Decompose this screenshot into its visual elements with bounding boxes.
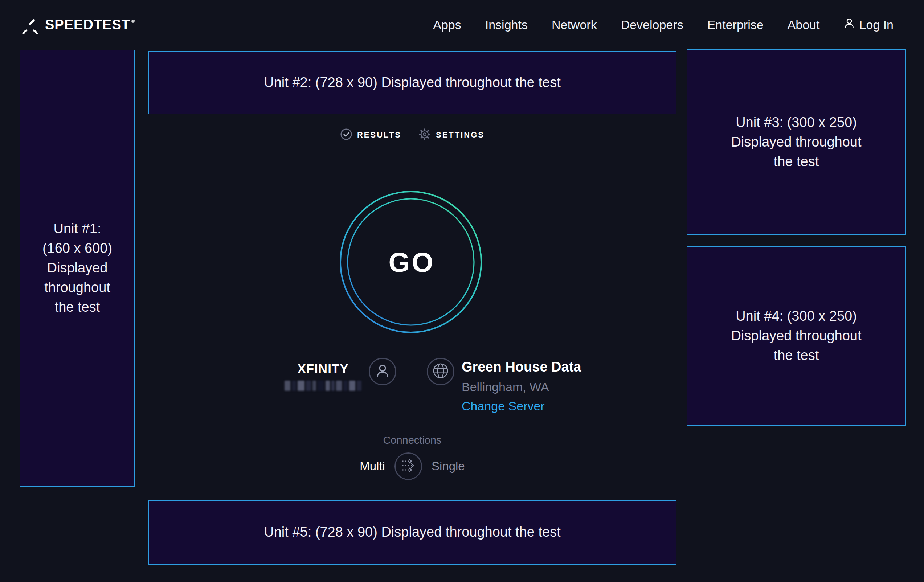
ad-unit-5-label: Unit #5: (728 x 90) Displayed throughout…: [264, 523, 560, 542]
ad-unit-4-label: Unit #4: (300 x 250) Displayed throughou…: [722, 307, 871, 365]
server-location: Bellingham, WA: [462, 379, 581, 394]
connections-row: Multi: [360, 452, 465, 480]
nav-item-enterprise[interactable]: Enterprise: [707, 18, 764, 32]
connections-label: Connections: [383, 434, 441, 446]
login-button[interactable]: Log In: [843, 17, 894, 32]
ad-unit-1-label: Unit #1: (160 x 600) Displayed throughou…: [38, 219, 117, 317]
nav-item-insights[interactable]: Insights: [485, 18, 528, 32]
speedometer-icon: [20, 14, 40, 35]
login-label: Log In: [859, 18, 894, 32]
ad-unit-1[interactable]: Unit #1: (160 x 600) Displayed throughou…: [20, 50, 135, 486]
nav-item-network[interactable]: Network: [552, 18, 597, 32]
results-label: RESULTS: [357, 130, 401, 140]
change-server-link[interactable]: Change Server: [462, 399, 581, 413]
speedtest-page: SPEEDTEST® Apps Insights Network Develop…: [0, 0, 924, 582]
server-block: Green House Data Bellingham, WA Change S…: [427, 358, 581, 413]
tabs-row: RESULTS: [148, 128, 676, 142]
nav-item-about[interactable]: About: [787, 18, 820, 32]
connection-mode-multi[interactable]: Multi: [360, 459, 385, 473]
person-icon: [375, 363, 390, 380]
globe-icon: [432, 363, 449, 381]
multi-arrows-icon: [396, 453, 421, 480]
gear-icon: [418, 128, 431, 142]
redacted-ip: [285, 381, 361, 391]
tab-results[interactable]: RESULTS: [340, 128, 401, 142]
header: SPEEDTEST® Apps Insights Network Develop…: [0, 0, 924, 49]
ad-unit-3-label: Unit #3: (300 x 250) Displayed throughou…: [722, 113, 871, 171]
server-globe-badge: [427, 358, 454, 385]
connection-mode-toggle[interactable]: [394, 452, 422, 480]
user-icon: [843, 17, 855, 32]
server-name: Green House Data: [462, 358, 581, 375]
go-button-label: GO: [338, 190, 483, 335]
ad-unit-5[interactable]: Unit #5: (728 x 90) Displayed throughout…: [148, 500, 676, 565]
ad-unit-2-label: Unit #2: (728 x 90) Displayed throughout…: [264, 73, 560, 92]
nav-item-developers[interactable]: Developers: [621, 18, 683, 32]
provider-block: XFINITY: [285, 358, 396, 391]
main-nav: Apps Insights Network Developers Enterpr…: [433, 17, 894, 32]
tab-settings[interactable]: SETTINGS: [418, 128, 485, 142]
provider-avatar: [369, 358, 396, 385]
connections-section: Connections Multi: [148, 434, 676, 480]
go-button[interactable]: GO: [338, 190, 483, 335]
nav-item-apps[interactable]: Apps: [433, 18, 461, 32]
check-circle-icon: [340, 128, 352, 142]
provider-name: XFINITY: [297, 361, 348, 376]
ad-unit-3[interactable]: Unit #3: (300 x 250) Displayed throughou…: [686, 49, 906, 235]
trademark-symbol: ®: [131, 18, 135, 24]
ad-unit-4[interactable]: Unit #4: (300 x 250) Displayed throughou…: [686, 246, 906, 426]
ad-unit-2[interactable]: Unit #2: (728 x 90) Displayed throughout…: [148, 51, 676, 114]
speedtest-logo[interactable]: SPEEDTEST®: [20, 14, 135, 35]
logo-text: SPEEDTEST®: [45, 17, 135, 33]
connection-mode-single[interactable]: Single: [432, 459, 465, 473]
settings-label: SETTINGS: [436, 130, 485, 140]
